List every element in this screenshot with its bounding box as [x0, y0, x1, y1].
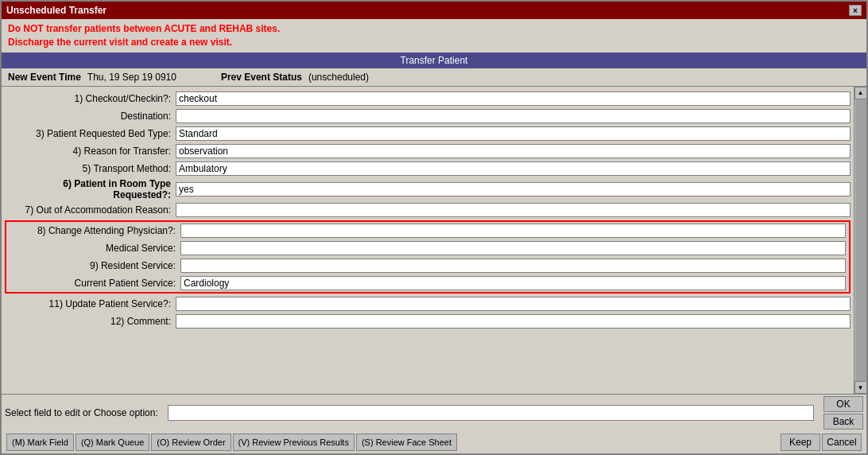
review-previous-results-button[interactable]: (V) Review Previous Results	[233, 434, 355, 451]
review-face-sheet-button[interactable]: (S) Review Face Sheet	[356, 434, 457, 451]
keep-button[interactable]: Keep	[781, 434, 820, 451]
field-row-current-patient-service: Current Patient Service:	[6, 274, 849, 292]
input-accommodation[interactable]	[176, 203, 851, 217]
input-medical-service[interactable]	[180, 241, 846, 255]
label-medical-service: Medical Service:	[10, 243, 180, 254]
scrollbar[interactable]: ▲ ▼	[854, 87, 866, 394]
cancel-button[interactable]: Cancel	[822, 434, 862, 451]
field-row-update-service: 11) Update Patient Service?:	[2, 295, 854, 313]
new-event-value: Thu, 19 Sep 19 0910	[87, 72, 176, 83]
label-change-physician: 8) Change Attending Physician?:	[10, 225, 180, 236]
prev-event-label: Prev Event Status	[221, 72, 302, 83]
select-field-row: Select field to edit or Choose option: O…	[2, 395, 866, 431]
new-event-time-section: New Event Time Thu, 19 Sep 19 0910	[2, 70, 183, 84]
bottom-section: Select field to edit or Choose option: O…	[2, 394, 866, 453]
review-order-button[interactable]: (O) Review Order	[151, 434, 231, 451]
title-bar: Unscheduled Transfer ×	[2, 2, 866, 19]
field-row-checkout: 1) Checkout/Checkin?:	[2, 90, 854, 107]
label-accommodation: 7) Out of Accommodation Reason:	[5, 204, 176, 216]
input-comment[interactable]	[176, 314, 851, 329]
input-destination[interactable]	[176, 109, 851, 123]
form-area: 1) Checkout/Checkin?: Destination: 3) Pa…	[2, 87, 854, 394]
input-current-patient-service[interactable]	[180, 276, 846, 290]
select-field-label: Select field to edit or Choose option:	[5, 407, 158, 418]
content-area: 1) Checkout/Checkin?: Destination: 3) Pa…	[2, 87, 866, 394]
select-label-input: Select field to edit or Choose option:	[5, 405, 819, 421]
label-checkout: 1) Checkout/Checkin?:	[5, 93, 176, 104]
label-destination: Destination:	[5, 111, 176, 122]
input-room-type[interactable]	[176, 182, 851, 196]
scroll-track[interactable]	[855, 99, 866, 381]
field-row-bed-type: 3) Patient Requested Bed Type:	[2, 125, 854, 142]
mark-queue-button[interactable]: (Q) Mark Queue	[76, 434, 149, 451]
label-reason: 4) Reason for Transfer:	[5, 146, 176, 157]
field-row-medical-service: Medical Service:	[6, 239, 849, 257]
scroll-up-button[interactable]: ▲	[854, 87, 867, 99]
field-row-destination: Destination:	[2, 107, 854, 125]
input-checkout[interactable]	[176, 91, 851, 106]
input-transport[interactable]	[176, 161, 851, 176]
back-button[interactable]: Back	[823, 414, 863, 430]
new-event-label: New Event Time	[8, 72, 81, 83]
bottom-buttons-row: (M) Mark Field (Q) Mark Queue (O) Review…	[2, 431, 866, 453]
close-button[interactable]: ×	[849, 5, 862, 16]
field-row-reason: 4) Reason for Transfer:	[2, 142, 854, 160]
label-transport: 5) Transport Method:	[5, 163, 176, 174]
window-title: Unscheduled Transfer	[6, 5, 107, 16]
select-field-input[interactable]	[168, 405, 814, 421]
field-row-resident-service: 9) Resident Service:	[6, 257, 849, 274]
field-row-accommodation: 7) Out of Accommodation Reason:	[2, 201, 854, 219]
warning-line1: Do NOT transfer patients between ACUTE a…	[8, 22, 860, 36]
label-room-type: 6) Patient in Room Type Requested?:	[5, 178, 176, 200]
input-change-physician[interactable]	[180, 224, 846, 238]
label-current-patient-service: Current Patient Service:	[10, 278, 180, 289]
field-row-room-type: 6) Patient in Room Type Requested?:	[2, 177, 854, 201]
label-comment: 12) Comment:	[5, 316, 176, 327]
field-row-change-physician: 8) Change Attending Physician?:	[6, 222, 849, 239]
warning-line2: Discharge the current visit and create a…	[8, 36, 860, 49]
unscheduled-transfer-window: Unscheduled Transfer × Do NOT transfer p…	[0, 0, 868, 455]
event-bar: New Event Time Thu, 19 Sep 19 0910 Prev …	[2, 68, 866, 87]
input-update-service[interactable]	[176, 297, 851, 311]
warning-area: Do NOT transfer patients between ACUTE a…	[2, 19, 866, 52]
mark-field-button[interactable]: (M) Mark Field	[6, 434, 74, 451]
prev-event-value: (unscheduled)	[308, 72, 369, 83]
red-border-section: 8) Change Attending Physician?: Medical …	[5, 220, 851, 294]
scroll-down-button[interactable]: ▼	[854, 381, 867, 394]
input-reason[interactable]	[176, 144, 851, 158]
label-update-service: 11) Update Patient Service?:	[5, 298, 176, 309]
field-row-transport: 5) Transport Method:	[2, 160, 854, 177]
label-bed-type: 3) Patient Requested Bed Type:	[5, 128, 176, 139]
input-bed-type[interactable]	[176, 126, 851, 141]
input-resident-service[interactable]	[180, 259, 846, 273]
label-resident-service: 9) Resident Service:	[10, 260, 180, 271]
field-row-comment: 12) Comment:	[2, 313, 854, 330]
ok-button[interactable]: OK	[823, 396, 863, 412]
transfer-header: Transfer Patient	[2, 52, 866, 68]
prev-event-status-section: Prev Event Status (unscheduled)	[215, 70, 375, 84]
